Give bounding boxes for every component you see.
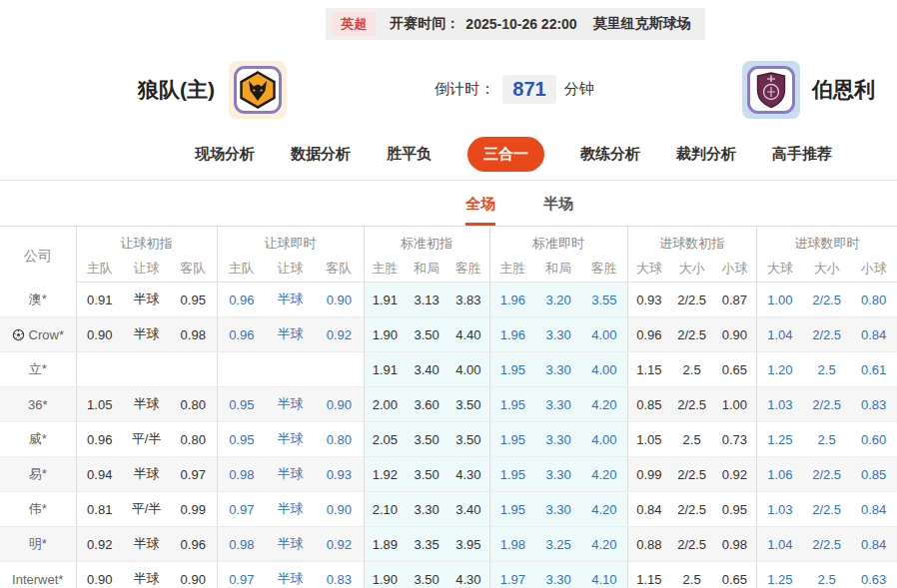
odds-cell: 0.65 xyxy=(713,352,756,387)
column-group-5: 进球数即时 xyxy=(756,227,897,257)
column-sub-3-0: 主胜 xyxy=(489,257,535,283)
home-team-block: 狼队(主) xyxy=(138,61,287,119)
odds-cell: 0.90 xyxy=(713,317,756,352)
odds-cell: 半球 xyxy=(266,527,315,562)
odds-cell: 半球 xyxy=(123,527,170,562)
odds-cell: 2.5 xyxy=(803,562,850,588)
nav-tab-3[interactable]: 三合一 xyxy=(467,137,544,172)
nav-tab-2[interactable]: 胜平负 xyxy=(387,145,432,164)
subnav-tab-0[interactable]: 全场 xyxy=(465,195,495,226)
odds-cell: 0.80 xyxy=(850,283,897,317)
odds-cell: 半球 xyxy=(266,317,315,352)
odds-cell: 1.00 xyxy=(756,283,803,317)
table-row-: 易*0.94半球0.970.98半球0.931.923.504.301.953.… xyxy=(0,457,897,492)
table-row-: 立*1.913.404.001.953.304.001.152.50.651.2… xyxy=(0,352,897,387)
nav-tab-6[interactable]: 高手推荐 xyxy=(772,145,832,164)
column-sub-5-0: 大球 xyxy=(756,257,803,283)
odds-cell xyxy=(123,352,170,387)
odds-cell: 1.98 xyxy=(489,527,535,562)
countdown-label: 倒计时： xyxy=(435,80,494,99)
nav-tab-4[interactable]: 教练分析 xyxy=(580,145,640,164)
odds-cell: 2.5 xyxy=(803,422,850,457)
countdown-block: 倒计时： 871 分钟 xyxy=(287,75,742,104)
odds-cell: 半球 xyxy=(266,562,315,588)
odds-cell: 1.90 xyxy=(364,562,406,588)
odds-cell: 3.30 xyxy=(535,562,581,588)
company-label: 伟* xyxy=(29,500,47,518)
company-cell-inner: Interwet* xyxy=(0,572,76,587)
odds-cell: 0.81 xyxy=(76,492,123,527)
odds-cell: 1.25 xyxy=(756,562,803,588)
odds-cell xyxy=(76,352,123,387)
table-row-: 澳*0.91半球0.950.96半球0.901.913.133.831.963.… xyxy=(0,283,897,317)
odds-cell: 4.20 xyxy=(581,387,627,422)
odds-cell: 1.03 xyxy=(756,492,803,527)
home-team-name: 狼队(主) xyxy=(138,76,215,104)
burnley-crest-icon xyxy=(747,66,795,114)
odds-cell: 1.95 xyxy=(489,422,535,457)
odds-cell: 1.06 xyxy=(756,457,803,492)
odds-cell: 2/2.5 xyxy=(670,283,713,317)
odds-cell: 2/2.5 xyxy=(670,492,713,527)
topbar-row: 英超 开赛时间： 2025-10-26 22:00 莫里纽克斯球场 xyxy=(0,0,897,40)
odds-cell: 3.50 xyxy=(406,422,448,457)
odds-cell: 0.85 xyxy=(627,387,670,422)
odds-cell: 0.95 xyxy=(217,422,266,457)
odds-cell: 0.61 xyxy=(850,352,897,387)
odds-cell: 0.95 xyxy=(217,387,266,422)
odds-cell: 3.95 xyxy=(448,527,489,562)
odds-cell: 1.97 xyxy=(489,562,535,588)
odds-cell: 0.90 xyxy=(76,562,123,588)
company-label: 易* xyxy=(29,465,47,483)
table-row-: 明*0.92半球0.960.98半球0.921.893.353.951.983.… xyxy=(0,527,897,562)
column-group-0: 让球初指 xyxy=(76,227,217,257)
odds-cell: 0.93 xyxy=(315,457,364,492)
odds-cell: 4.30 xyxy=(448,457,489,492)
nav-tab-5[interactable]: 裁判分析 xyxy=(676,145,736,164)
odds-cell: 4.00 xyxy=(581,422,627,457)
odds-cell: 3.30 xyxy=(406,492,448,527)
odds-cell: 0.60 xyxy=(850,422,897,457)
odds-cell: 平/半 xyxy=(123,492,170,527)
odds-cell: 半球 xyxy=(123,457,170,492)
odds-cell: 4.00 xyxy=(581,352,627,387)
nav-tab-0[interactable]: 现场分析 xyxy=(195,145,255,164)
ball-target-icon xyxy=(12,328,25,341)
odds-cell: 半球 xyxy=(123,387,170,422)
column-sub-0-1: 让球 xyxy=(123,257,170,283)
away-crest-box xyxy=(742,61,800,119)
subnav-tab-1[interactable]: 半场 xyxy=(543,195,573,226)
company-cell: 伟* xyxy=(0,492,76,527)
odds-cell: 0.65 xyxy=(713,562,756,588)
odds-cell: 1.04 xyxy=(756,317,803,352)
company-cell-inner: 威* xyxy=(0,430,76,448)
column-sub-1-2: 客队 xyxy=(315,257,364,283)
odds-cell: 3.35 xyxy=(406,527,448,562)
odds-cell: 2/2.5 xyxy=(803,283,850,317)
odds-cell: 0.96 xyxy=(217,283,266,317)
odds-cell: 0.96 xyxy=(76,422,123,457)
odds-cell xyxy=(217,352,266,387)
company-cell: Crow* xyxy=(0,317,76,352)
odds-cell: 0.94 xyxy=(76,457,123,492)
odds-cell: 0.80 xyxy=(315,422,364,457)
odds-table-body: 澳*0.91半球0.950.96半球0.901.913.133.831.963.… xyxy=(0,283,897,588)
odds-cell: 1.91 xyxy=(364,352,406,387)
company-label: 36* xyxy=(28,397,48,412)
table-row-36: 36*1.05半球0.800.95半球0.902.003.603.501.953… xyxy=(0,387,897,422)
table-row-Crow: Crow*0.90半球0.980.96半球0.921.903.504.401.9… xyxy=(0,317,897,352)
league-badge: 英超 xyxy=(332,12,376,36)
nav-tab-1[interactable]: 数据分析 xyxy=(291,145,351,164)
column-sub-5-2: 小球 xyxy=(850,257,897,283)
odds-cell: 0.96 xyxy=(217,317,266,352)
odds-cell: 0.98 xyxy=(170,317,217,352)
odds-cell: 0.92 xyxy=(713,457,756,492)
odds-cell: 半球 xyxy=(266,422,315,457)
odds-table: 公司让球初指让球即时标准初指标准即时进球数初指进球数即时 主队让球客队主队让球客… xyxy=(0,226,897,588)
odds-cell: 0.92 xyxy=(315,317,364,352)
odds-cell: 2.05 xyxy=(364,422,406,457)
odds-cell: 0.90 xyxy=(315,283,364,317)
company-label: 明* xyxy=(29,535,47,553)
odds-cell: 1.15 xyxy=(627,562,670,588)
column-sub-2-1: 和局 xyxy=(406,257,448,283)
